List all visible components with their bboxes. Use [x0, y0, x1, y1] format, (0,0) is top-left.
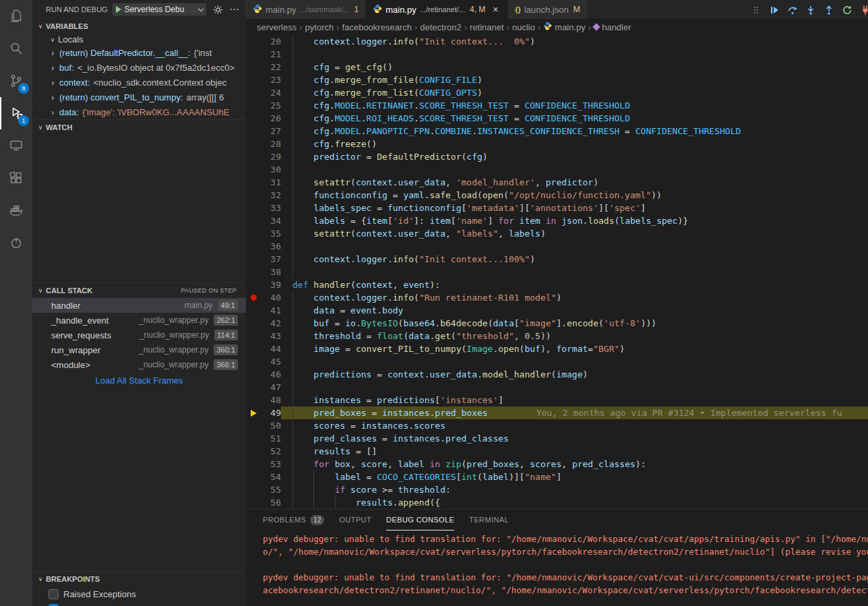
gutter-glyph-margin[interactable]: [246, 266, 261, 278]
code-line[interactable]: 56 results.append({: [246, 496, 868, 509]
gutter-glyph-margin[interactable]: [246, 125, 261, 138]
more-actions-icon[interactable]: ⋯: [229, 6, 239, 13]
code-line[interactable]: 24 cfg.merge_from_list(CONFIG_OPTS): [246, 86, 868, 99]
code-text[interactable]: [281, 48, 868, 61]
code-line[interactable]: 21: [246, 48, 868, 61]
code-line[interactable]: 52 results = []: [246, 445, 868, 458]
gutter-glyph-margin[interactable]: [246, 150, 261, 163]
panel-tab-debug-console[interactable]: DEBUG CONSOLE: [386, 510, 454, 531]
breadcrumb-item[interactable]: pytorch: [305, 22, 334, 32]
console-output[interactable]: pydev debugger: unable to find translati…: [246, 531, 868, 606]
breadcrumb-item[interactable]: facebookresearch: [342, 22, 412, 32]
code-line[interactable]: 51 pred_classes = instances.pred_classes: [246, 432, 868, 445]
gutter-glyph-margin[interactable]: [246, 381, 261, 394]
scope-locals[interactable]: ∨ Locals: [32, 34, 246, 45]
gutter-glyph-margin[interactable]: [246, 278, 261, 291]
step-into-icon[interactable]: [804, 3, 817, 17]
gutter-glyph-margin[interactable]: [246, 406, 261, 419]
code-text[interactable]: [281, 381, 868, 394]
breadcrumb-item-symbol[interactable]: handler: [594, 22, 631, 32]
variable-row[interactable]: ›buf:<_io.BytesIO object at 0x7f5a2dc1ec…: [32, 60, 246, 75]
code-line[interactable]: 34 labels = {item['id']: item['name'] fo…: [246, 214, 868, 227]
gutter-glyph-margin[interactable]: [246, 483, 261, 496]
code-line[interactable]: 43 threshold = float(data.get("threshold…: [246, 330, 868, 342]
code-line[interactable]: 50 scores = instances.scores: [246, 419, 868, 432]
code-line[interactable]: 47: [246, 381, 868, 394]
code-line[interactable]: 32 functionconfig = yaml.safe_load(open(…: [246, 189, 868, 202]
code-line[interactable]: 22 cfg = get_cfg(): [246, 61, 868, 73]
gutter-glyph-margin[interactable]: [246, 99, 261, 112]
code-text[interactable]: cfg.freeze(): [281, 138, 868, 150]
gutter-glyph-margin[interactable]: [246, 471, 261, 483]
breakpoints-section-header[interactable]: ∨ BREAKPOINTS: [32, 572, 246, 586]
panel-tab-terminal[interactable]: TERMINAL: [469, 510, 509, 531]
gutter-glyph-margin[interactable]: [246, 61, 261, 73]
editor-tab-retinanet-main-py[interactable]: main.py .../retinanet/... 4, M ×: [366, 0, 508, 19]
breakpoint-icon[interactable]: [251, 295, 257, 301]
breadcrumb-item[interactable]: detectron2: [420, 22, 461, 32]
code-text[interactable]: cfg.MODEL.ROI_HEADS.SCORE_THRESH_TEST = …: [281, 112, 868, 125]
gutter-glyph-margin[interactable]: [246, 342, 261, 355]
drag-handle-icon[interactable]: [749, 3, 763, 17]
docker-icon[interactable]: [0, 194, 32, 226]
code-line[interactable]: 25 cfg.MODEL.RETINANET.SCORE_THRESH_TEST…: [246, 99, 868, 112]
breadcrumb-item[interactable]: serverless: [257, 22, 297, 32]
code-text[interactable]: pred_boxes = instances.pred_boxesYou, 2 …: [281, 406, 868, 419]
extensions-icon[interactable]: [0, 162, 32, 194]
code-line[interactable]: 26 cfg.MODEL.ROI_HEADS.SCORE_THRESH_TEST…: [246, 112, 868, 125]
code-text[interactable]: pred_classes = instances.pred_classes: [281, 432, 868, 445]
code-text[interactable]: label = COCO_CATEGORIES[int(label)]["nam…: [281, 471, 868, 483]
code-text[interactable]: buf = io.BytesIO(base64.b64decode(data["…: [281, 317, 868, 330]
gutter-glyph-margin[interactable]: [246, 458, 261, 471]
code-line[interactable]: 40 context.logger.info("Run retinanet-R1…: [246, 291, 868, 304]
continue-icon[interactable]: [768, 3, 781, 17]
code-line[interactable]: 44 image = convert_PIL_to_numpy(Image.op…: [246, 342, 868, 355]
code-text[interactable]: setattr(context.user_data, 'model_handle…: [281, 176, 868, 189]
stack-frame[interactable]: serve_requests_nuclio_wrapper.py114:1: [32, 328, 246, 342]
variable-row[interactable]: ›data:{'image': 'iVBORw0KG...AAAANSUhE: [32, 104, 246, 119]
code-text[interactable]: cfg = get_cfg(): [281, 61, 868, 73]
code-text[interactable]: cfg.MODEL.PANOPTIC_FPN.COMBINE.INSTANCES…: [281, 125, 868, 138]
gutter-glyph-margin[interactable]: [246, 35, 261, 48]
gutter-glyph-margin[interactable]: [246, 394, 261, 406]
gutter-glyph-margin[interactable]: [246, 163, 261, 176]
gutter-glyph-margin[interactable]: [246, 176, 261, 189]
gutter-glyph-margin[interactable]: [246, 445, 261, 458]
gutter-glyph-margin[interactable]: [246, 86, 261, 99]
disconnect-icon[interactable]: [859, 3, 868, 17]
code-text[interactable]: results = []: [281, 445, 868, 458]
gutter-glyph-margin[interactable]: [246, 48, 261, 61]
debug-config-picker[interactable]: Serverless Debu: [112, 3, 207, 16]
code-text[interactable]: predictor = DefaultPredictor(cfg): [281, 150, 868, 163]
code-line[interactable]: 41 data = event.body: [246, 304, 868, 317]
code-line[interactable]: 48 instances = predictions['instances']: [246, 394, 868, 406]
variable-row[interactable]: ›(return) convert_PIL_to_numpy:array([[[…: [32, 90, 246, 104]
code-line[interactable]: 49 pred_boxes = instances.pred_boxesYou,…: [246, 406, 868, 419]
code-line[interactable]: 29 predictor = DefaultPredictor(cfg): [246, 150, 868, 163]
editor-tab-siammask-main-py[interactable]: main.py .../siammask/... 1: [246, 0, 366, 19]
restart-icon[interactable]: [840, 3, 854, 17]
code-text[interactable]: context.logger.info("Run retinanet-R101 …: [281, 291, 868, 304]
editor-tab-launch-json[interactable]: {} launch.json M: [508, 0, 587, 19]
breadcrumb-item[interactable]: nuclio: [512, 22, 535, 32]
code-text[interactable]: [281, 240, 868, 253]
variable-row[interactable]: ›context:<nuclio_sdk.context.Context obj…: [32, 75, 246, 90]
code-line[interactable]: 36: [246, 240, 868, 253]
code-line[interactable]: 28 cfg.freeze(): [246, 138, 868, 150]
code-line[interactable]: 20 context.logger.info("Init context... …: [246, 35, 868, 48]
gutter-glyph-margin[interactable]: [246, 432, 261, 445]
code-line[interactable]: 35 setattr(context.user_data, "labels", …: [246, 227, 868, 240]
code-text[interactable]: if score >= threshold:: [281, 483, 868, 496]
explorer-icon[interactable]: [0, 0, 32, 32]
code-line[interactable]: 46 predictions = context.user_data.model…: [246, 368, 868, 381]
panel-tab-output[interactable]: OUTPUT: [339, 510, 371, 531]
code-line[interactable]: 45: [246, 355, 868, 368]
watch-section-header[interactable]: ∨ WATCH: [32, 120, 246, 135]
code-line[interactable]: 54 label = COCO_CATEGORIES[int(label)]["…: [246, 471, 868, 483]
code-text[interactable]: threshold = float(data.get("threshold", …: [281, 330, 868, 342]
code-line[interactable]: 37 context.logger.info("Init context...1…: [246, 253, 868, 266]
stack-frame[interactable]: run_wrapper_nuclio_wrapper.py360:1: [32, 342, 246, 357]
code-text[interactable]: context.logger.info("Init context...100%…: [281, 253, 868, 266]
checkbox[interactable]: ✓: [49, 604, 59, 606]
call-stack-section-header[interactable]: ∨ CALL STACK PAUSED ON STEP: [32, 283, 246, 298]
